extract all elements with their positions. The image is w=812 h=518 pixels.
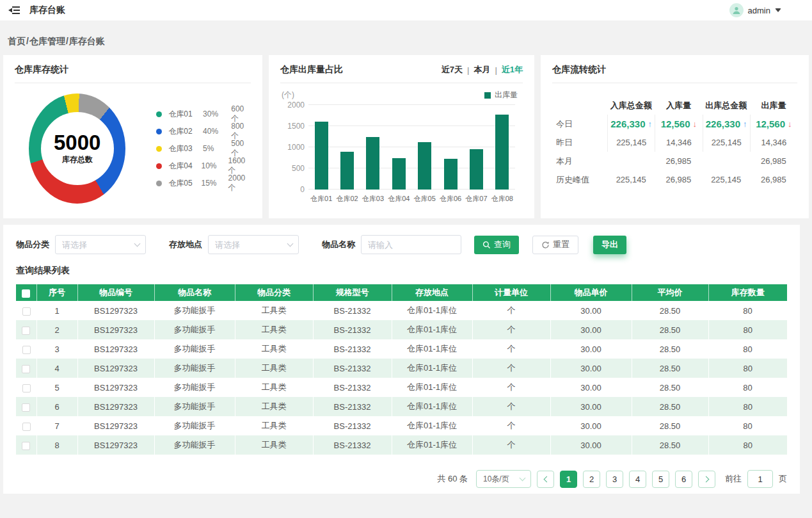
table-row[interactable]: 3BS1297323多功能扳手工具类BS-21332仓库01-1库位个30.00… [16, 339, 787, 359]
legend-color-dot [156, 111, 162, 117]
breadcrumb-item[interactable]: 首页 [8, 36, 26, 46]
prev-page-button[interactable] [537, 471, 554, 488]
bar-column: 仓库01 [308, 105, 334, 190]
donut-chart: 5000 库存总数 [29, 93, 125, 204]
legend-name: 仓库03 [168, 143, 203, 154]
legend-name: 仓库01 [168, 109, 203, 120]
table-row[interactable]: 4BS1297323多功能扳手工具类BS-21332仓库01-1库位个30.00… [16, 359, 787, 378]
page-number-button[interactable]: 6 [675, 471, 692, 488]
row-checkbox-cell [16, 359, 36, 378]
tab-last-7-days[interactable]: 近7天 [442, 64, 463, 76]
table-row[interactable]: 1BS1297323多功能扳手工具类BS-21332仓库01-1库位个30.00… [16, 301, 787, 320]
row-checkbox[interactable] [22, 327, 30, 335]
user-menu[interactable]: admin [729, 3, 781, 17]
column-header[interactable]: 计量单位 [472, 284, 550, 301]
next-page-button[interactable] [698, 471, 715, 488]
column-header[interactable]: 物品名称 [154, 284, 235, 301]
reset-button[interactable]: 重置 [532, 236, 578, 254]
table-cell: 仓库01-1库位 [392, 416, 472, 435]
row-checkbox[interactable] [22, 365, 30, 373]
tab-this-month[interactable]: 本月 [474, 64, 490, 76]
column-header[interactable]: 物品编号 [77, 284, 154, 301]
bar-column: 仓库06 [438, 105, 463, 190]
column-header[interactable]: 库存数量 [708, 284, 787, 301]
category-select-input[interactable] [55, 235, 146, 254]
breadcrumb-item[interactable]: 仓库管理 [29, 36, 65, 46]
turnover-value-cell: 225,145 [703, 133, 750, 152]
table-row[interactable]: 7BS1297323多功能扳手工具类BS-21332仓库01-1库位个30.00… [16, 416, 787, 435]
category-select[interactable] [55, 235, 146, 254]
table-row[interactable]: 5BS1297323多功能扳手工具类BS-21332仓库01-1库位个30.00… [16, 378, 787, 397]
page-number-button[interactable]: 4 [629, 471, 646, 488]
table-cell: 28.50 [632, 359, 708, 378]
page-number-button[interactable]: 3 [606, 471, 623, 488]
turnover-value: 225,145 [712, 138, 742, 147]
row-checkbox[interactable] [22, 403, 30, 412]
location-select[interactable] [208, 235, 299, 254]
turnover-row-label: 历史峰值 [552, 170, 607, 189]
column-header[interactable]: 平均价 [632, 284, 708, 301]
column-header[interactable]: 物品单价 [550, 284, 632, 301]
item-name-filter-label: 物品名称 [322, 239, 355, 250]
turnover-row-label: 昨日 [552, 133, 607, 152]
column-header[interactable]: 序号 [36, 284, 77, 301]
legend-name: 仓库04 [168, 161, 201, 172]
row-checkbox[interactable] [22, 384, 31, 393]
table-cell: BS-21332 [313, 320, 392, 339]
collapse-menu-icon[interactable] [6, 3, 22, 18]
turnover-value-cell: 225,145 [607, 170, 655, 189]
table-row[interactable]: 6BS1297323多功能扳手工具类BS-21332仓库01-1库位个30.00… [16, 397, 787, 416]
search-button[interactable]: 查询 [474, 236, 519, 254]
row-checkbox[interactable] [22, 442, 30, 450]
goto-page-input[interactable] [747, 470, 773, 488]
page-size-select[interactable] [476, 470, 531, 488]
page-number-button[interactable]: 5 [652, 471, 669, 488]
table-cell: BS1297323 [77, 359, 154, 378]
row-checkbox[interactable] [22, 307, 31, 316]
donut-center-value: 5000 [54, 132, 100, 154]
column-header[interactable]: 规格型号 [313, 284, 392, 301]
legend-item[interactable]: 仓库0410%1600个 [156, 158, 251, 175]
page-number-button[interactable]: 2 [583, 471, 600, 488]
table-row[interactable]: 8BS1297323多功能扳手工具类BS-21332仓库01-1库位个30.00… [16, 435, 787, 455]
turnover-row-label: 本月 [552, 152, 607, 170]
tab-last-year[interactable]: 近1年 [502, 64, 523, 76]
item-name-input[interactable] [361, 235, 461, 254]
table-cell: 工具类 [235, 397, 313, 416]
bar-x-label: 仓库07 [465, 194, 487, 204]
table-cell: 工具类 [235, 339, 313, 359]
chevron-left-icon [543, 476, 550, 482]
column-header[interactable]: 存放地点 [392, 284, 472, 301]
table-cell: BS-21332 [313, 416, 392, 435]
breadcrumb-item: 库存台账 [69, 36, 105, 46]
bar-x-label: 仓库04 [388, 194, 410, 204]
turnover-value: 14,346 [761, 138, 786, 147]
bar [392, 158, 406, 190]
legend-item[interactable]: 仓库035%500个 [156, 140, 251, 158]
table-row[interactable]: 2BS1297323多功能扳手工具类BS-21332仓库01-1库位个30.00… [16, 320, 787, 339]
table-cell: 3 [36, 339, 77, 359]
legend-percent: 15% [202, 179, 228, 188]
legend-item[interactable]: 仓库0515%2000个 [156, 175, 251, 192]
refresh-icon [541, 241, 550, 249]
location-select-input[interactable] [208, 235, 299, 254]
table-cell: 80 [708, 397, 787, 416]
turnover-table: 入库总金额入库量出库总金额出库量今日226,330↑12,560↓226,330… [552, 96, 797, 189]
legend-item[interactable]: 仓库0240%800个 [156, 123, 251, 140]
table-cell: BS-21332 [313, 397, 392, 416]
column-header[interactable]: 物品分类 [235, 284, 313, 301]
row-checkbox[interactable] [22, 423, 31, 431]
select-all-checkbox[interactable] [22, 289, 30, 298]
page-numbers: 123456 [560, 471, 692, 488]
turnover-value: 225,145 [616, 175, 646, 184]
legend-item[interactable]: 仓库0130%600个 [156, 106, 251, 123]
row-checkbox[interactable] [22, 346, 31, 354]
page-number-button[interactable]: 1 [560, 471, 577, 488]
bars-container: 仓库01仓库02仓库03仓库04仓库05仓库06仓库07仓库08 [308, 105, 515, 190]
bar-column: 仓库03 [360, 105, 386, 190]
bar-x-label: 仓库02 [336, 194, 358, 204]
export-button[interactable]: 导出 [593, 236, 626, 254]
table-cell: 仓库01-1库位 [392, 378, 472, 397]
table-cell: BS-21332 [313, 378, 392, 397]
bar-chart-legend[interactable]: 出库量 [484, 90, 518, 101]
